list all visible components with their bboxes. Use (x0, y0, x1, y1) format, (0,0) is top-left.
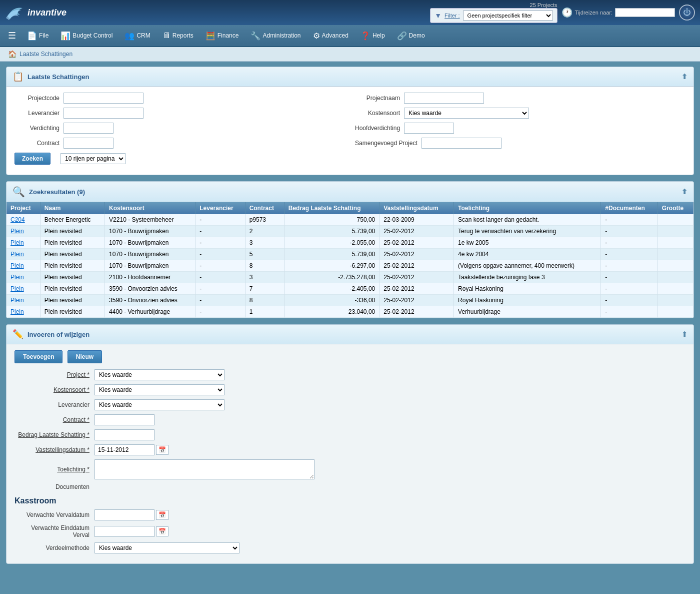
project-field-select[interactable]: Kies waarde (94, 369, 224, 380)
cell-project[interactable]: Plein (6, 226, 40, 237)
vervaldatum-input[interactable] (94, 509, 154, 520)
nieuw-button[interactable]: Nieuw (68, 350, 102, 363)
vaststellingsdatum-calendar-button[interactable]: 📅 (156, 445, 168, 455)
nav-item-demo[interactable]: 🔗 Demo (392, 28, 430, 44)
toelichting-field-textarea[interactable] (94, 459, 314, 479)
cell-datum: 25-02-2012 (380, 237, 454, 249)
edit-icon: ✏️ (12, 329, 24, 340)
cell-toelichting: Verhuurbijdrage (454, 306, 601, 318)
time-travel-input[interactable] (615, 8, 675, 17)
cell-project[interactable]: Plein (6, 237, 40, 249)
projects-count: 25 Projects (430, 2, 557, 8)
leverancier-input[interactable] (64, 108, 144, 119)
cell-toelichting: 4e kw 2004 (454, 249, 601, 260)
cell-leverancier: - (196, 214, 245, 226)
table-row: Plein Plein revisited 1070 - Bouwrijpmak… (6, 249, 694, 260)
rows-per-page-select[interactable]: 10 rijen per pagina (60, 153, 126, 164)
results-panel-header: 🔍 Zoekresultaten (9) ⬆ (6, 182, 694, 202)
cell-grootte (658, 226, 693, 237)
col-datum: Vaststellingsdatum (380, 202, 454, 214)
breadcrumb-home[interactable]: Laatste Schattingen (20, 51, 72, 58)
vervaldatum-calendar-button[interactable]: 📅 (156, 510, 168, 520)
leverancier-field-select[interactable]: Kies waarde (94, 399, 224, 410)
nav-item-help[interactable]: ❓ Help (356, 28, 390, 44)
vaststellingsdatum-field-input[interactable]: 15-11-2012 (94, 444, 154, 455)
advanced-icon: ⚙ (313, 31, 320, 41)
cell-datum: 25-02-2012 (380, 260, 454, 272)
toevoegen-button[interactable]: Toevoegen (14, 350, 62, 363)
nav-item-finance[interactable]: 🧮 Finance (200, 28, 244, 44)
breadcrumb: 🏠 Laatste Schattingen (0, 47, 700, 62)
cell-bedrag: -2.405,00 (284, 283, 379, 295)
collapse-edit-button[interactable]: ⬆ (682, 330, 688, 338)
cell-project[interactable]: Plein (6, 283, 40, 295)
zoeken-button[interactable]: Zoeken (14, 153, 50, 165)
cell-project[interactable]: C204 (6, 214, 40, 226)
logo-text: invantive (28, 8, 66, 18)
einddatum-calendar-button[interactable]: 📅 (156, 526, 168, 536)
bedrag-field-input[interactable] (94, 429, 154, 440)
contract-input[interactable] (64, 138, 114, 149)
cell-documenten: - (601, 226, 658, 237)
vervaldatum-label: Verwachte Vervaldatum (14, 511, 94, 518)
kostensoort-select[interactable]: Kies waarde (404, 108, 529, 119)
cell-contract: 7 (245, 283, 284, 295)
cell-leverancier: - (196, 237, 245, 249)
cell-project[interactable]: Plein (6, 260, 40, 272)
cell-bedrag: -336,00 (284, 295, 379, 306)
filter-label[interactable]: Filter : (444, 13, 460, 19)
kostensoort-field-select[interactable]: Kies waarde (94, 384, 224, 395)
nav-item-crm[interactable]: 👥 CRM (120, 28, 155, 44)
time-label: Tijdreizen naar: (575, 10, 612, 16)
project-filter-select[interactable]: Geen projectspecifiek filter (463, 11, 553, 21)
leverancier-label: Leverancier (14, 110, 60, 117)
power-button[interactable]: ⏻ (679, 5, 695, 21)
cell-leverancier: - (196, 226, 245, 237)
table-header-row: Project Naam Kostensoort Leverancier Con… (6, 202, 694, 214)
nav-item-administration[interactable]: 🔧 Administration (246, 28, 306, 44)
hamburger-button[interactable]: ☰ (4, 28, 20, 43)
bedrag-field-row: Bedrag Laatste Schatting * (14, 429, 686, 440)
project-field-label: Project * (14, 371, 94, 378)
cell-datum: 22-03-2009 (380, 214, 454, 226)
einddatum-input[interactable] (94, 526, 154, 537)
table-row: Plein Plein revisited 1070 - Bouwrijpmak… (6, 237, 694, 249)
col-project: Project (6, 202, 40, 214)
vervaldatum-row: Verwachte Vervaldatum 📅 (14, 509, 686, 520)
top-right-area: 25 Projects ▼ Filter : Geen projectspeci… (430, 2, 695, 23)
cell-project[interactable]: Plein (6, 306, 40, 318)
cell-kostensoort: 1070 - Bouwrijpmaken (105, 260, 196, 272)
collapse-search-button[interactable]: ⬆ (682, 73, 688, 81)
verdeelmethode-select[interactable]: Kies waarde (94, 542, 240, 553)
verdichting-input[interactable] (64, 123, 114, 134)
cell-project[interactable]: Plein (6, 295, 40, 306)
kasstroom-section-title: Kasstroom (14, 496, 686, 505)
projectcode-input[interactable] (64, 93, 144, 104)
cell-documenten: - (601, 295, 658, 306)
cell-contract: 8 (245, 260, 284, 272)
cell-naam: Plein revisited (40, 306, 104, 318)
kostensoort-label: Kostensoort (355, 110, 400, 117)
nav-item-advanced[interactable]: ⚙ Advanced (308, 28, 354, 44)
hoofdverdichting-input[interactable] (404, 123, 454, 134)
samengevoegd-input[interactable] (422, 138, 502, 149)
contract-field-input[interactable] (94, 414, 154, 425)
projectnaam-input[interactable] (404, 93, 484, 104)
cell-toelichting: Taakstellende bezuiniging fase 3 (454, 272, 601, 283)
nav-item-file[interactable]: 📄 File (22, 28, 54, 44)
table-row: C204 Beheer Energetic V2210 - Systeembeh… (6, 214, 694, 226)
nav-item-reports[interactable]: 🖥 Reports (158, 28, 198, 43)
kostensoort-field-label: Kostensoort * (14, 386, 94, 393)
documenten-field-label: Documenten (14, 483, 94, 490)
cell-project[interactable]: Plein (6, 272, 40, 283)
cell-toelichting: 1e kw 2005 (454, 237, 601, 249)
col-grootte: Grootte (658, 202, 693, 214)
leverancier-field-row: Leverancier Kies waarde (14, 399, 686, 410)
cell-project[interactable]: Plein (6, 249, 40, 260)
top-bar: invantive 25 Projects ▼ Filter : Geen pr… (0, 0, 700, 25)
cell-documenten: - (601, 283, 658, 295)
nav-item-budget-control[interactable]: 📊 Budget Control (56, 28, 118, 44)
cell-contract: p9573 (245, 214, 284, 226)
collapse-results-button[interactable]: ⬆ (682, 188, 688, 196)
cell-datum: 25-02-2012 (380, 283, 454, 295)
